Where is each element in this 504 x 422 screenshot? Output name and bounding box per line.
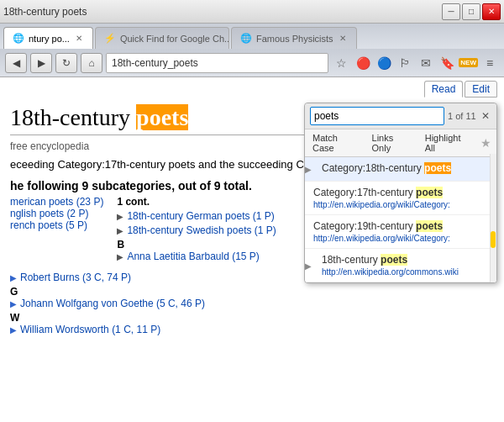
result-title-2: Category:17th-century poets: [313, 187, 488, 198]
title-highlight: poets: [136, 104, 188, 130]
find-count: 1 of 11: [448, 111, 476, 121]
find-result-3[interactable]: Category:19th-century poets http://en.wi…: [305, 215, 496, 249]
link-goethe[interactable]: Johann Wolfgang von Goethe (5 C, 46 P): [20, 298, 205, 309]
tab-icon: 🌐: [13, 33, 24, 44]
result-highlight-3: poets: [416, 220, 443, 232]
tab-physicists[interactable]: 🌐 Famous Physicists ✕: [231, 27, 357, 49]
find-result-1[interactable]: ▶ Category:18th-century poets: [305, 157, 496, 182]
arrow-burns: ▶: [10, 273, 17, 282]
maximize-button[interactable]: □: [462, 3, 480, 20]
tab-icon-2: ⚡: [104, 33, 116, 44]
home-button[interactable]: ⌂: [81, 53, 102, 73]
page-area: Read Edit 18th-century poets free encycl…: [0, 77, 504, 422]
result-arrow-1: ▶: [305, 165, 312, 174]
result-highlight-1: poets: [424, 162, 451, 174]
subcat-letter-b: B: [117, 239, 276, 251]
menu-icon[interactable]: ≡: [480, 54, 499, 72]
find-options: Match Case Links Only Highlight All ★: [305, 129, 496, 157]
tab-label: ntury po...: [29, 34, 70, 44]
letter-g: G: [10, 286, 205, 298]
addon-icon-1[interactable]: 🔴: [354, 54, 372, 72]
link-wordsworth[interactable]: William Wordsworth (1 C, 11 P): [20, 324, 160, 335]
scrollbar-thumb: [491, 231, 496, 248]
subcat-left: merican poets (23 P) nglish poets (2 P) …: [10, 196, 103, 265]
arrow-icon-1: ▶: [117, 212, 123, 221]
find-result-4[interactable]: ▶ 18th-century poets http://en.wikipedia…: [305, 249, 496, 282]
result-highlight-4: poets: [381, 254, 407, 266]
tab-label-2: Quick Find for Google Ch...: [120, 34, 229, 44]
tab-active[interactable]: 🌐 ntury po... ✕: [3, 27, 93, 49]
star-option[interactable]: ★: [480, 136, 491, 150]
refresh-button[interactable]: ↻: [55, 53, 77, 73]
scrollbar-track: [490, 154, 496, 282]
result-url-4: http://en.wikipedia.org/commons.wiki: [313, 267, 488, 277]
find-input[interactable]: [310, 107, 444, 125]
arrow-icon-3: ▶: [117, 252, 123, 261]
result-title-1: Category:18th-century poets: [313, 162, 488, 174]
result-title-4: 18th-century poets: [313, 254, 488, 266]
letter-w: W: [10, 312, 205, 324]
tab-icon-3: 🌐: [240, 33, 252, 44]
subcat-right: 1 cont. ▶18th-century German poets (1 P)…: [117, 196, 276, 265]
link-burns[interactable]: Robert Burns (3 C, 74 P): [20, 272, 131, 283]
subcat-link-3[interactable]: rench poets (5 P): [10, 219, 87, 231]
addon-icon-4[interactable]: ✉: [417, 54, 435, 72]
subcat-cont-label: 1 cont.: [117, 196, 276, 208]
addon-icon-3[interactable]: 🏳: [396, 54, 414, 72]
window-controls: ─ □ ✕: [442, 3, 501, 20]
wiki-tab-edit[interactable]: Edit: [465, 81, 497, 98]
browser-title: 18th-century poets: [3, 6, 87, 18]
subcat-link-german[interactable]: 18th-century German poets (1 P): [127, 210, 274, 222]
addon-icon-5[interactable]: 🔖: [438, 54, 456, 72]
match-case-option[interactable]: Match Case: [310, 132, 365, 154]
find-result-2[interactable]: Category:17th-century poets http://en.wi…: [305, 182, 496, 215]
title-prefix: 18th-century: [10, 104, 136, 130]
wiki-tabs: Read Edit: [0, 77, 504, 98]
result-title-3: Category:19th-century poets: [313, 220, 488, 232]
find-popup: 1 of 11 ✕ Match Case Links Only Highligh…: [304, 103, 497, 283]
subcat-link-swedish[interactable]: 18th-century Swedish poets (1 P): [127, 224, 276, 236]
tab-quickfind[interactable]: ⚡ Quick Find for Google Ch... ✕: [95, 27, 229, 49]
result-url-3: http://en.wikipedia.org/wiki/Category:: [313, 234, 488, 243]
title-bar: 18th-century poets ─ □ ✕: [0, 0, 504, 24]
toolbar-icons: 🔴 🔵 🏳 ✉ 🔖 NEW ≡: [354, 54, 499, 72]
address-input[interactable]: [106, 53, 328, 73]
result-arrow-4: ▶: [305, 261, 312, 270]
tab-close-button[interactable]: ✕: [74, 34, 84, 43]
new-badge: NEW: [459, 58, 478, 67]
result-highlight-2: poets: [416, 187, 443, 198]
tab-close-button-3[interactable]: ✕: [338, 34, 348, 43]
minimize-button[interactable]: ─: [442, 3, 460, 20]
address-bar: ◀ ▶ ↻ ⌂ ☆ 🔴 🔵 🏳 ✉ 🔖 NEW ≡: [0, 49, 504, 77]
star-icon[interactable]: ☆: [332, 54, 350, 72]
close-button[interactable]: ✕: [482, 3, 501, 20]
addon-icon-2[interactable]: 🔵: [375, 54, 393, 72]
subcat-link-1[interactable]: merican poets (23 P): [10, 196, 103, 208]
subcat-link-barbauld[interactable]: Anna Laetitia Barbauld (15 P): [127, 251, 259, 262]
arrow-wordsworth: ▶: [10, 325, 17, 335]
highlight-all-option[interactable]: Highlight All: [423, 132, 475, 154]
back-button[interactable]: ◀: [5, 53, 27, 73]
arrow-icon-2: ▶: [117, 226, 123, 235]
find-header: 1 of 11 ✕: [305, 103, 496, 129]
arrow-goethe: ▶: [10, 299, 17, 309]
tab-bar: 🌐 ntury po... ✕ ⚡ Quick Find for Google …: [0, 24, 504, 49]
forward-button[interactable]: ▶: [30, 53, 52, 73]
result-url-2: http://en.wikipedia.org/wiki/Category:: [313, 200, 488, 209]
wiki-tab-read[interactable]: Read: [424, 81, 464, 98]
find-results[interactable]: ▶ Category:18th-century poets Category:1…: [305, 157, 496, 282]
find-close-button[interactable]: ✕: [480, 108, 491, 124]
links-only-option[interactable]: Links Only: [370, 132, 417, 154]
subcat-link-2[interactable]: nglish poets (2 P): [10, 208, 88, 219]
tab-label-3: Famous Physicists: [256, 34, 333, 44]
people-col: ▶Robert Burns (3 C, 74 P) G ▶Johann Wolf…: [10, 272, 205, 337]
